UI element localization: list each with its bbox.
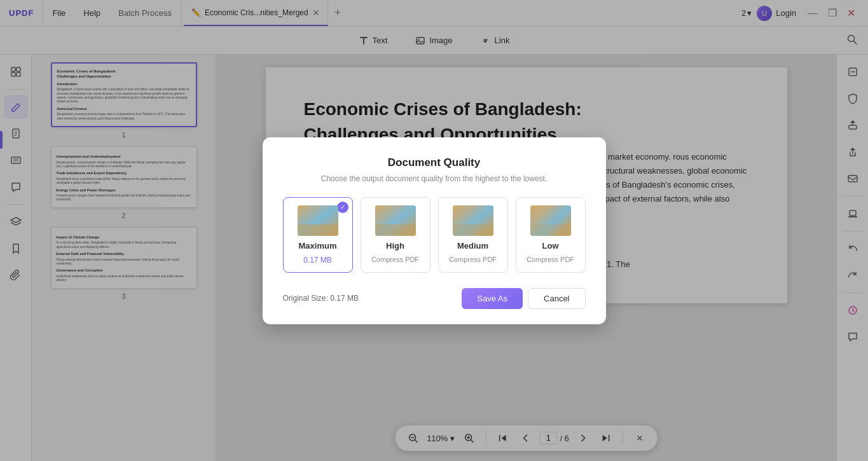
- document-quality-dialog: Document Quality Choose the output docum…: [263, 137, 606, 324]
- quality-label-high: High: [386, 241, 404, 251]
- quality-check-icon: ✓: [337, 202, 348, 213]
- svg-rect-36: [375, 224, 416, 236]
- original-size-label: Original Size: 0.17 MB: [283, 294, 359, 303]
- dialog-subtitle: Choose the output document quality from …: [283, 174, 586, 183]
- svg-rect-40: [530, 224, 571, 236]
- dialog-actions: Save As Cancel: [462, 288, 585, 309]
- quality-compress-high: Compress PDF: [371, 256, 419, 263]
- quality-size-maximum: 0.17 MB: [303, 256, 332, 265]
- svg-rect-38: [453, 224, 493, 236]
- quality-image-high: [375, 205, 416, 236]
- quality-compress-low: Compress PDF: [527, 256, 574, 263]
- quality-label-low: Low: [542, 241, 559, 251]
- quality-compress-medium: Compress PDF: [449, 256, 497, 263]
- svg-rect-34: [298, 224, 338, 236]
- dialog-footer: Original Size: 0.17 MB Save As Cancel: [283, 288, 586, 309]
- dialog-overlay: Document Quality Choose the output docum…: [0, 0, 868, 461]
- quality-image-medium: [453, 205, 493, 236]
- quality-label-maximum: Maximum: [299, 241, 337, 251]
- quality-maximum[interactable]: ✓ Maximum 0.17 MB: [283, 197, 353, 273]
- quality-medium[interactable]: Medium Compress PDF: [438, 197, 508, 273]
- quality-high[interactable]: High Compress PDF: [361, 197, 431, 273]
- quality-low[interactable]: Low Compress PDF: [516, 197, 586, 273]
- quality-image-low: [530, 205, 571, 236]
- save-as-button[interactable]: Save As: [462, 288, 523, 309]
- quality-options: ✓ Maximum 0.17 MB High Compress PDF: [283, 197, 586, 273]
- dialog-title: Document Quality: [283, 156, 586, 169]
- quality-label-medium: Medium: [457, 241, 488, 251]
- cancel-button[interactable]: Cancel: [528, 288, 585, 309]
- quality-image-maximum: [298, 205, 338, 236]
